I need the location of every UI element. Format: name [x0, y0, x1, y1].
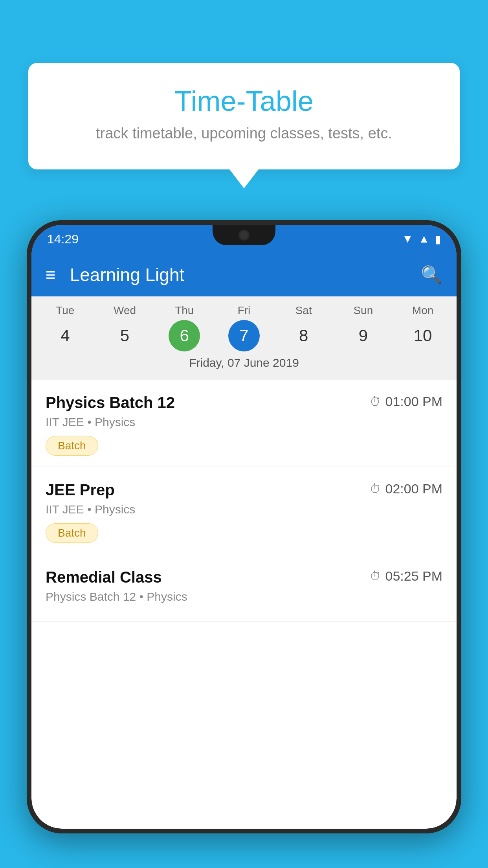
day-number[interactable]: 5 [109, 320, 141, 351]
battery-icon: ▮ [435, 233, 441, 246]
day-number[interactable]: 9 [347, 320, 379, 351]
day-number[interactable]: 8 [288, 320, 319, 351]
app-bar: Learning Light 🔍 [31, 253, 457, 296]
day-col-sun[interactable]: Sun9 [337, 304, 390, 351]
class-time: ⏱ 02:00 PM [369, 481, 442, 497]
phone-notch [213, 225, 275, 245]
class-item-header: Physics Batch 12⏱ 01:00 PM [46, 394, 442, 412]
selected-date-label: Friday, 07 June 2019 [31, 351, 457, 376]
week-days-row: Tue4Wed5Thu6Fri7Sat8Sun9Mon10 [31, 304, 457, 351]
class-time: ⏱ 01:00 PM [369, 394, 442, 409]
day-name: Thu [175, 304, 194, 317]
day-col-mon[interactable]: Mon10 [396, 304, 449, 351]
tooltip-title: Time-Table [52, 85, 436, 117]
day-name: Sat [295, 304, 312, 317]
day-number[interactable]: 7 [228, 320, 260, 351]
tooltip-card: Time-Table track timetable, upcoming cla… [28, 63, 460, 169]
phone-body: 14:29 ▼ ▲ ▮ Learning Light 🔍 Tue4Wed5Thu… [27, 220, 461, 833]
class-name: Remedial Class [46, 568, 162, 586]
calendar-bar: Tue4Wed5Thu6Fri7Sat8Sun9Mon10 Friday, 07… [31, 296, 457, 380]
clock-icon: ⏱ [369, 482, 381, 496]
batch-badge: Batch [46, 523, 98, 543]
batch-badge: Batch [46, 436, 98, 456]
phone-screen: 14:29 ▼ ▲ ▮ Learning Light 🔍 Tue4Wed5Thu… [31, 225, 457, 829]
search-icon[interactable]: 🔍 [421, 265, 442, 285]
class-course: IIT JEE • Physics [46, 416, 442, 429]
class-item[interactable]: JEE Prep⏱ 02:00 PMIIT JEE • PhysicsBatch [31, 467, 457, 554]
class-item[interactable]: Physics Batch 12⏱ 01:00 PMIIT JEE • Phys… [31, 380, 457, 467]
front-camera [238, 230, 250, 241]
status-time: 14:29 [47, 232, 79, 246]
day-col-wed[interactable]: Wed5 [98, 304, 151, 351]
menu-icon[interactable] [46, 266, 56, 283]
day-number[interactable]: 4 [50, 320, 81, 351]
day-name: Mon [412, 304, 433, 317]
day-name: Sun [353, 304, 373, 317]
class-item[interactable]: Remedial Class⏱ 05:25 PMPhysics Batch 12… [31, 554, 457, 622]
class-time: ⏱ 05:25 PM [369, 568, 442, 584]
class-course: Physics Batch 12 • Physics [46, 590, 442, 603]
class-name: Physics Batch 12 [46, 394, 175, 412]
tooltip-subtitle: track timetable, upcoming classes, tests… [52, 125, 436, 142]
clock-icon: ⏱ [369, 395, 381, 408]
phone-container: 14:29 ▼ ▲ ▮ Learning Light 🔍 Tue4Wed5Thu… [27, 220, 461, 868]
day-col-tue[interactable]: Tue4 [39, 304, 92, 351]
day-name: Fri [238, 304, 251, 317]
app-title: Learning Light [70, 264, 407, 285]
class-item-header: JEE Prep⏱ 02:00 PM [46, 481, 442, 499]
day-number[interactable]: 6 [169, 320, 200, 351]
signal-icon: ▲ [418, 233, 429, 245]
class-item-header: Remedial Class⏱ 05:25 PM [46, 568, 442, 586]
class-list: Physics Batch 12⏱ 01:00 PMIIT JEE • Phys… [31, 380, 457, 622]
wifi-icon: ▼ [402, 233, 413, 245]
class-course: IIT JEE • Physics [46, 503, 442, 516]
day-name: Wed [114, 304, 136, 317]
clock-icon: ⏱ [369, 570, 381, 583]
day-col-fri[interactable]: Fri7 [217, 304, 270, 351]
status-icons: ▼ ▲ ▮ [402, 233, 441, 246]
day-col-sat[interactable]: Sat8 [277, 304, 330, 351]
day-col-thu[interactable]: Thu6 [158, 304, 211, 351]
day-number[interactable]: 10 [407, 320, 438, 351]
class-name: JEE Prep [46, 481, 115, 499]
day-name: Tue [56, 304, 74, 317]
